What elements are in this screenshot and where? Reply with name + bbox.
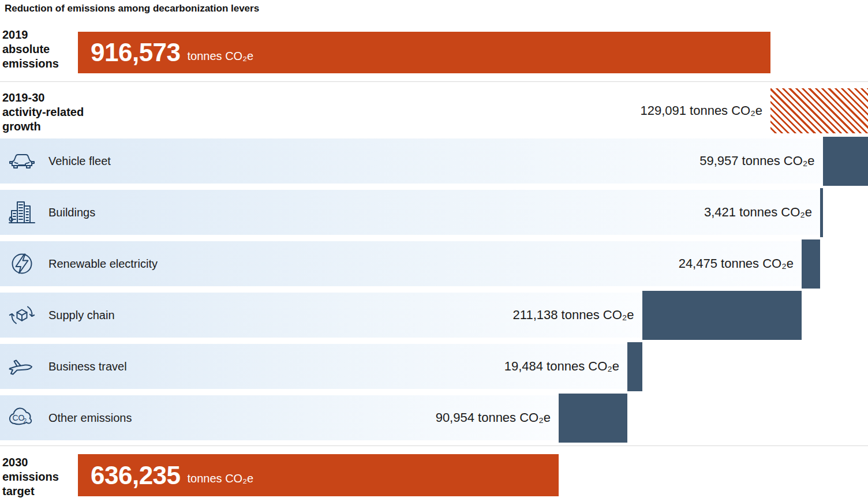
value-2019-absolute-emissions: 916,573 bbox=[78, 38, 181, 67]
bar-renewable-electricity bbox=[802, 239, 820, 289]
divider-bottom bbox=[0, 445, 868, 446]
svg-text:2: 2 bbox=[24, 418, 27, 424]
unit-2030-emissions-target: tonnes CO₂e bbox=[181, 465, 254, 485]
supply-chain-icon bbox=[7, 300, 37, 330]
lever-value: 3,421 tonnes CO₂e bbox=[704, 190, 812, 235]
lever-value: 59,957 tonnes CO₂e bbox=[699, 138, 814, 184]
bar-buildings bbox=[820, 188, 823, 237]
row-business-travel: Business travel 19,484 tonnes CO₂e bbox=[0, 344, 868, 389]
row-activity-growth: 2019-30 activity-related growth 129,091 … bbox=[0, 88, 868, 133]
row-buildings: Buildings 3,421 tonnes CO₂e bbox=[0, 190, 868, 235]
bar-activity-growth-hatched bbox=[770, 88, 868, 133]
car-icon bbox=[7, 146, 37, 176]
bar-supply-chain bbox=[642, 291, 802, 340]
lever-value: 90,954 tonnes CO₂e bbox=[436, 395, 551, 440]
lever-label: Buildings bbox=[48, 190, 95, 235]
chart-title: Reduction of emissions among decarboniza… bbox=[5, 3, 259, 14]
divider-top bbox=[0, 81, 868, 82]
lever-value: 24,475 tonnes CO₂e bbox=[679, 241, 794, 286]
value-2030-emissions-target: 636,235 bbox=[78, 461, 181, 490]
row-renewable-electricity: Renewable electricity 24,475 tonnes CO₂e bbox=[0, 241, 868, 286]
bar-business-travel bbox=[627, 342, 642, 391]
bar-other-emissions bbox=[559, 394, 627, 443]
row-vehicle-fleet: Vehicle fleet 59,957 tonnes CO₂e bbox=[0, 138, 868, 184]
emissions-waterfall-page: { "title": "Reduction of emissions among… bbox=[0, 0, 868, 498]
lever-value: 19,484 tonnes CO₂e bbox=[504, 344, 619, 389]
lever-label: Vehicle fleet bbox=[48, 138, 111, 184]
lever-value: 211,138 tonnes CO₂e bbox=[513, 293, 634, 338]
row-supply-chain: Supply chain 211,138 tonnes CO₂e bbox=[0, 293, 868, 338]
lever-label: Renewable electricity bbox=[48, 241, 158, 286]
airplane-icon bbox=[7, 351, 37, 381]
lever-label: Other emissions bbox=[48, 395, 132, 440]
value-activity-growth: 129,091 tonnes CO₂e bbox=[640, 88, 762, 133]
bar-2019-absolute-emissions: 916,573 tonnes CO₂e bbox=[78, 32, 770, 73]
row-label-activity-growth: 2019-30 activity-related growth bbox=[2, 91, 103, 134]
co2-cloud-icon: CO 2 bbox=[7, 403, 37, 433]
bar-vehicle-fleet bbox=[823, 137, 868, 186]
lever-label: Supply chain bbox=[48, 293, 115, 338]
row-other-emissions: CO 2 Other emissions 90,954 tonnes CO₂e bbox=[0, 395, 868, 440]
lightning-icon bbox=[7, 249, 37, 279]
bar-2030-emissions-target: 636,235 tonnes CO₂e bbox=[78, 454, 559, 496]
svg-text:CO: CO bbox=[13, 413, 25, 422]
row-band bbox=[0, 190, 821, 235]
lever-label: Business travel bbox=[48, 344, 127, 389]
unit-2019-absolute-emissions: tonnes CO₂e bbox=[181, 43, 254, 63]
buildings-icon bbox=[7, 197, 37, 227]
